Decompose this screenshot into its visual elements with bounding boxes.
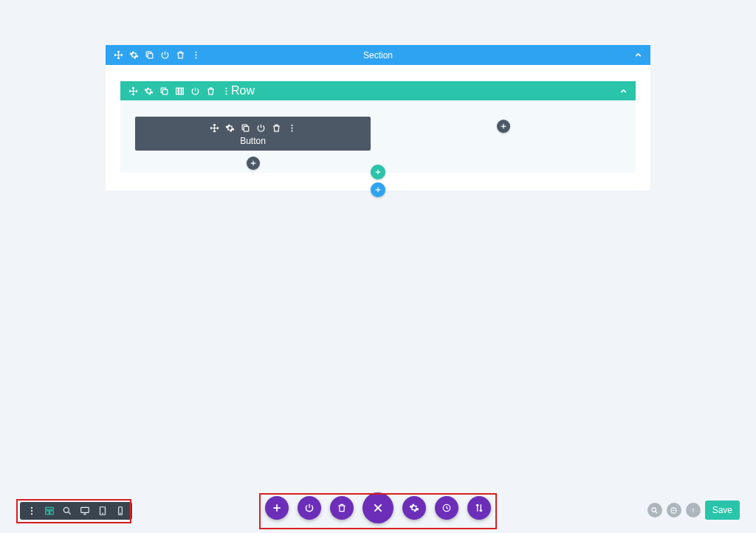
help-mini-button[interactable]: ? (686, 503, 701, 517)
svg-rect-4 (162, 89, 168, 94)
svg-point-24 (103, 513, 103, 514)
svg-point-10 (225, 93, 227, 94)
chevron-up-icon[interactable] (633, 50, 643, 61)
more-icon[interactable] (190, 50, 201, 61)
builder-canvas: Section (106, 45, 650, 190)
svg-point-15 (31, 507, 32, 509)
add-row-button[interactable] (371, 165, 385, 179)
add-module-button[interactable] (247, 157, 260, 170)
svg-point-16 (31, 510, 32, 512)
svg-rect-11 (244, 126, 249, 131)
duplicate-icon[interactable] (159, 86, 169, 96)
svg-point-3 (195, 57, 196, 58)
phone-icon[interactable] (113, 503, 128, 518)
button-module[interactable]: Button (135, 117, 371, 151)
sort-action-button[interactable] (467, 496, 491, 520)
wireframe-view-icon[interactable] (42, 503, 57, 518)
tablet-icon[interactable] (95, 503, 110, 518)
row-collapse-area (618, 86, 628, 96)
power-icon[interactable] (159, 50, 170, 61)
section-bar-icons (106, 50, 201, 61)
section-body: Row (106, 65, 650, 190)
svg-point-9 (225, 90, 227, 92)
power-action-button[interactable] (298, 496, 321, 520)
history-action-button[interactable] (435, 496, 458, 520)
svg-rect-0 (148, 53, 153, 58)
view-toolbar (20, 502, 132, 520)
row-column-2 (385, 117, 621, 151)
settings-action-button[interactable] (402, 496, 426, 520)
svg-rect-19 (46, 511, 49, 515)
svg-rect-18 (46, 507, 54, 509)
svg-point-28 (652, 507, 656, 512)
svg-point-8 (225, 87, 227, 89)
svg-text:?: ? (692, 507, 695, 512)
section-header-bar: Section (106, 45, 650, 65)
row-bar-icons (120, 86, 231, 96)
search-mini-button[interactable] (647, 503, 662, 517)
add-action-button[interactable] (265, 496, 289, 520)
move-icon[interactable] (113, 50, 123, 61)
trash-icon[interactable] (205, 86, 216, 96)
columns-icon[interactable] (174, 86, 185, 96)
save-button[interactable]: Save (705, 501, 740, 520)
svg-rect-6 (179, 88, 181, 94)
more-icon[interactable] (286, 123, 297, 133)
save-cluster: ? Save (647, 501, 740, 520)
svg-rect-7 (182, 88, 183, 94)
move-icon[interactable] (128, 86, 138, 96)
add-module-button[interactable] (497, 120, 510, 133)
module-bar-icons (135, 117, 371, 136)
trash-icon[interactable] (271, 123, 281, 133)
section-collapse-area (633, 50, 643, 61)
trash-action-button[interactable] (330, 496, 354, 520)
gear-icon[interactable] (143, 86, 154, 96)
svg-point-12 (291, 124, 292, 125)
power-icon[interactable] (190, 86, 200, 96)
more-icon[interactable] (24, 503, 39, 518)
power-icon[interactable] (255, 123, 266, 133)
svg-rect-20 (50, 511, 54, 515)
svg-point-14 (291, 130, 292, 131)
svg-rect-22 (81, 507, 89, 512)
chevron-up-icon[interactable] (618, 86, 628, 96)
duplicate-icon[interactable] (144, 50, 154, 61)
svg-point-17 (31, 513, 32, 515)
svg-point-21 (63, 507, 69, 512)
duplicate-icon[interactable] (240, 123, 250, 133)
add-section-button[interactable] (371, 182, 385, 197)
row-column-1: Button (135, 117, 371, 151)
svg-point-2 (195, 54, 196, 55)
close-action-button[interactable] (362, 492, 394, 523)
svg-point-13 (291, 127, 292, 128)
edit-mini-button[interactable] (667, 503, 681, 517)
svg-rect-5 (176, 88, 178, 94)
move-icon[interactable] (209, 123, 219, 133)
trash-icon[interactable] (175, 50, 185, 61)
row-header-bar: Row (120, 81, 636, 100)
zoom-icon[interactable] (60, 503, 75, 518)
desktop-icon[interactable] (78, 503, 92, 518)
page-action-bar (265, 492, 491, 523)
row-body: Button (120, 100, 636, 173)
gear-icon[interactable] (128, 50, 139, 61)
section-label: Section (363, 50, 393, 61)
row-label: Row (231, 84, 255, 97)
more-icon[interactable] (221, 86, 231, 96)
module-label: Button (135, 136, 371, 151)
svg-point-1 (195, 52, 196, 53)
svg-point-26 (120, 513, 121, 514)
gear-icon[interactable] (224, 123, 235, 133)
